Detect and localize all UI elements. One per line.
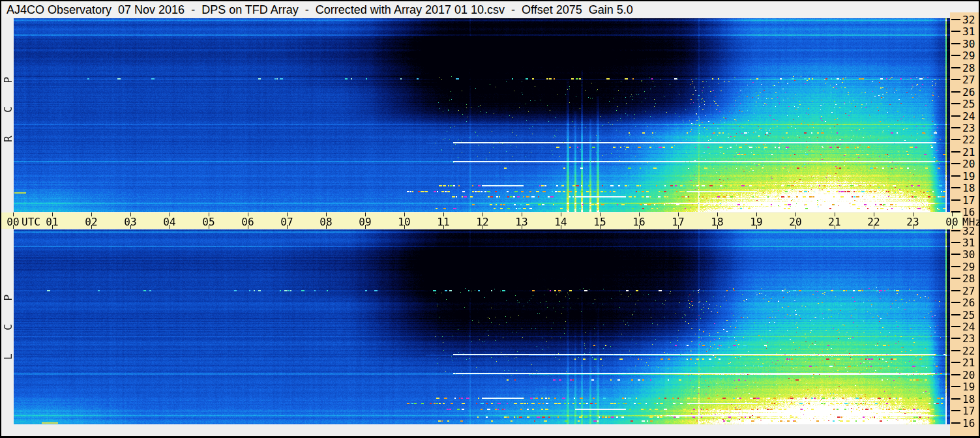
freq-tick-label: 31 [962, 25, 975, 38]
freq-tick [951, 350, 960, 351]
freq-tick [951, 326, 960, 327]
freq-tick [951, 175, 960, 177]
freq-tick-label: 23 [962, 121, 975, 134]
freq-tick [951, 79, 960, 80]
freq-tick [951, 386, 960, 387]
polarization-label-lcp: L C P [3, 286, 14, 360]
utc-unit-label: UTC [22, 216, 40, 228]
time-tick-label: 12 [473, 216, 492, 228]
freq-tick [951, 410, 960, 411]
time-tick-label: 22 [864, 216, 883, 228]
freq-tick [951, 266, 960, 267]
freq-tick [951, 19, 960, 20]
time-tick-label: 17 [668, 216, 688, 228]
freq-tick-label: 21 [962, 145, 975, 158]
freq-tick-label: 22 [962, 344, 975, 357]
freq-tick-label: 30 [962, 37, 975, 50]
freq-tick-label: 31 [962, 236, 975, 248]
page-title: AJ4CO Observatory 07 Nov 2016 - DPS on T… [7, 3, 633, 17]
freq-tick-label: 25 [962, 98, 975, 110]
freq-tick [951, 67, 960, 68]
spectrogram-lcp-heatmap [14, 229, 950, 424]
time-tick-label: 11 [434, 216, 453, 228]
freq-tick-label: 22 [962, 134, 975, 146]
freq-tick-label: 20 [962, 368, 975, 381]
freq-tick [951, 199, 960, 201]
freq-tick [951, 398, 960, 400]
freq-tick [951, 362, 960, 363]
freq-tick-label: 18 [962, 392, 975, 405]
time-tick-label: 09 [355, 216, 375, 228]
freq-tick [951, 278, 960, 279]
freq-tick [951, 139, 960, 140]
time-tick-label: 08 [316, 216, 336, 228]
time-tick-label: 10 [394, 216, 414, 228]
time-tick-label: 20 [786, 216, 805, 228]
freq-tick-label: 30 [962, 248, 975, 261]
freq-tick [951, 187, 960, 188]
freq-tick [951, 374, 960, 375]
freq-tick-label: 25 [962, 308, 975, 321]
freq-tick-label: 24 [962, 321, 975, 333]
freq-tick-label: 19 [962, 169, 975, 182]
freq-tick [951, 314, 960, 315]
freq-tick-label: 27 [962, 74, 975, 86]
time-tick-label: 05 [199, 216, 218, 228]
freq-tick [951, 230, 960, 231]
time-tick-label: 18 [707, 216, 727, 228]
time-tick-label: 02 [82, 216, 101, 228]
freq-tick-label: 29 [962, 50, 975, 62]
freq-tick [951, 338, 960, 339]
freq-tick-label: 17 [962, 194, 975, 206]
time-tick-label: 15 [590, 216, 610, 228]
freq-tick-label: 16 [962, 416, 975, 429]
freq-tick [951, 290, 960, 291]
freq-tick [951, 31, 960, 32]
freq-tick-label: 24 [962, 110, 975, 122]
time-tick-label: 07 [277, 216, 297, 228]
app-window: AJ4CO Observatory 07 Nov 2016 - DPS on T… [0, 0, 980, 438]
time-tick-label: 19 [747, 216, 766, 228]
freq-tick [951, 302, 960, 303]
freq-tick-label: 21 [962, 357, 975, 369]
freq-tick-label: 26 [962, 85, 975, 98]
freq-tick [951, 254, 960, 255]
freq-tick-label: 32 [962, 14, 975, 26]
polarization-label-rcp: R C P [3, 68, 14, 142]
freq-tick [951, 127, 960, 128]
time-tick-label: 00 [942, 216, 962, 228]
time-tick-label: 13 [512, 216, 531, 228]
freq-tick-label: 28 [962, 272, 975, 285]
freq-tick-label: 20 [962, 158, 975, 170]
freq-tick [951, 163, 960, 164]
freq-tick-label: 27 [962, 284, 975, 297]
freq-tick-label: 28 [962, 61, 975, 74]
freq-tick-label: 26 [962, 297, 975, 309]
freq-tick [951, 422, 960, 424]
freq-tick-label: 19 [962, 381, 975, 393]
spectrogram-rcp-heatmap [14, 18, 950, 212]
time-tick-label: 06 [238, 216, 258, 228]
time-tick-label: 21 [825, 216, 844, 228]
time-tick-label: 14 [551, 216, 571, 228]
freq-tick-label: 17 [962, 405, 975, 417]
freq-tick [951, 43, 960, 44]
title-bar: AJ4CO Observatory 07 Nov 2016 - DPS on T… [1, 1, 979, 18]
freq-tick [951, 91, 960, 93]
freq-tick [951, 55, 960, 56]
time-tick-label: 04 [160, 216, 179, 228]
freq-tick [951, 151, 960, 153]
freq-tick-label: 29 [962, 260, 975, 272]
freq-tick [951, 115, 960, 117]
freq-tick-label: 18 [962, 182, 975, 194]
time-tick-label: 00 [3, 216, 23, 228]
time-tick-label: 23 [903, 216, 923, 228]
freq-tick [951, 242, 960, 243]
freq-tick-label: 23 [962, 332, 975, 345]
time-tick-label: 01 [42, 216, 62, 228]
freq-tick [951, 211, 960, 212]
time-tick-label: 16 [629, 216, 649, 228]
freq-tick-label: 32 [962, 224, 975, 237]
freq-tick [951, 103, 960, 104]
time-tick-label: 03 [121, 216, 140, 228]
